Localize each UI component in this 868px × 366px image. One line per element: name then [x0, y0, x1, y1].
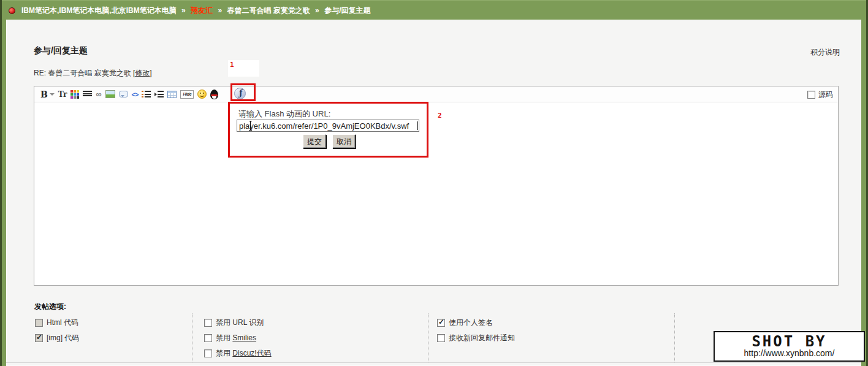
flash-dialog-prompt: 请输入 Flash 动画的 URL:: [238, 109, 330, 120]
credits-help-link[interactable]: 积分说明: [810, 47, 840, 58]
breadcrumb-thread-link[interactable]: 春曾二哥合唱 寂寞党之歌: [227, 6, 310, 15]
use-signature-checkbox[interactable]: [437, 319, 445, 327]
insert-link-button[interactable]: ∞: [96, 89, 101, 100]
editor-toolbar: B Tr ∞ <>: [34, 86, 838, 102]
source-label: 源码: [818, 90, 833, 100]
watermark-url: http://www.xynbnb.com/: [744, 349, 835, 358]
html-code-checkbox[interactable]: [35, 319, 43, 327]
insert-flash-button[interactable]: [234, 88, 246, 99]
qq-emoticon-button[interactable]: [210, 89, 218, 100]
align-button[interactable]: [83, 89, 92, 100]
hide-icon: Hide: [180, 90, 194, 99]
option-label: 接收新回复邮件通知: [449, 333, 515, 343]
flash-url-input[interactable]: [237, 120, 419, 132]
option-disable-smilies: 禁用 Smilies: [204, 333, 256, 343]
disable-smilies-checkbox[interactable]: [204, 334, 212, 342]
option-label: [img] 代码: [47, 333, 79, 343]
breadcrumb: IBM笔记本,IBM笔记本电脑,北京IBM笔记本电脑 » 翔友汇 » 春曾二哥合…: [21, 6, 370, 16]
table-icon: [167, 91, 177, 98]
breadcrumb-separator: »: [181, 6, 186, 15]
watermark-title: SHOT BY: [752, 334, 826, 349]
red-dot-icon: [9, 7, 15, 14]
bottom-divider: [6, 362, 861, 363]
quote-icon: [119, 91, 128, 97]
option-email-notify: 接收新回复邮件通知: [437, 333, 515, 343]
option-label: 使用个人签名: [449, 318, 493, 328]
link-icon: ∞: [96, 90, 101, 98]
reply-subject-line: RE: 春曾二哥合唱 寂寞党之歌 [修改]: [34, 68, 152, 78]
breadcrumb-site-title: IBM笔记本,IBM笔记本电脑,北京IBM笔记本电脑: [21, 6, 177, 15]
breadcrumb-separator: »: [218, 6, 222, 15]
left-edge-border: [0, 0, 2, 366]
breadcrumb-separator: »: [315, 6, 319, 15]
code-icon: <>: [132, 91, 139, 98]
unordered-list-button[interactable]: [142, 89, 151, 100]
disable-url-checkbox[interactable]: [204, 319, 212, 327]
options-divider: [192, 313, 192, 362]
indent-button[interactable]: [154, 89, 164, 100]
option-use-signature: 使用个人签名: [437, 318, 493, 328]
align-icon: [83, 91, 92, 97]
options-divider: [428, 313, 428, 362]
annotation-marker-1: 1: [230, 61, 234, 69]
option-html-code: Html 代码: [35, 318, 78, 328]
option-label: 禁用 URL 识别: [216, 318, 264, 328]
annotation-marker-2: 2: [438, 112, 442, 120]
breadcrumb-bar: IBM笔记本,IBM笔记本电脑,北京IBM笔记本电脑 » 翔友汇 » 春曾二哥合…: [2, 0, 866, 20]
insert-table-button[interactable]: [167, 89, 177, 100]
option-img-code: [img] 代码: [35, 333, 79, 343]
email-notify-checkbox[interactable]: [437, 334, 445, 342]
font-icon: Tr: [58, 90, 67, 99]
options-divider: [674, 313, 675, 362]
insert-image-button[interactable]: [105, 89, 115, 100]
breadcrumb-current-page: 参与/回复主题: [324, 6, 370, 15]
qq-icon: [210, 90, 218, 99]
option-disable-url: 禁用 URL 识别: [204, 318, 264, 328]
hide-content-button[interactable]: Hide: [180, 89, 194, 100]
unordered-list-icon: [142, 91, 151, 98]
code-button[interactable]: <>: [132, 89, 139, 100]
indent-icon: [154, 91, 164, 98]
reply-subject-text: RE: 春曾二哥合唱 寂寞党之歌: [34, 69, 131, 77]
option-label: 禁用 Discuz!代码: [216, 348, 272, 359]
font-size-button[interactable]: Tr: [58, 89, 67, 100]
smiley-icon: [197, 90, 207, 99]
edit-subject-link[interactable]: 修改: [135, 69, 150, 77]
page-title: 参与/回复主题: [34, 45, 88, 56]
color-palette-icon: [70, 90, 79, 99]
watermark-box: SHOT BY http://www.xynbnb.com/: [714, 331, 865, 362]
post-editor: B Tr ∞ <>: [34, 86, 839, 286]
cancel-button[interactable]: 取消: [332, 134, 356, 148]
editor-text-area[interactable]: [34, 103, 838, 285]
option-disable-discuz-code: 禁用 Discuz!代码: [204, 348, 272, 359]
source-checkbox[interactable]: [807, 91, 815, 99]
bold-button[interactable]: B: [40, 89, 55, 100]
source-toggle: 源码: [807, 90, 833, 100]
page: IBM笔记本,IBM笔记本电脑,北京IBM笔记本电脑 » 翔友汇 » 春曾二哥合…: [0, 0, 868, 366]
post-options-heading: 发帖选项:: [34, 302, 66, 312]
font-color-button[interactable]: [70, 89, 79, 100]
quote-button[interactable]: [119, 89, 128, 100]
bold-dropdown-icon: [50, 93, 55, 96]
image-icon: [105, 90, 115, 98]
bold-icon: B: [40, 90, 48, 99]
smilies-link[interactable]: Smilies: [232, 334, 256, 342]
disable-discuz-code-checkbox[interactable]: [204, 349, 212, 357]
bracket: ]: [150, 69, 151, 77]
breadcrumb-forum-link[interactable]: 翔友汇: [191, 6, 213, 15]
option-label: 禁用 Smilies: [216, 333, 256, 343]
img-code-checkbox[interactable]: [35, 334, 43, 342]
submit-button[interactable]: 提交: [303, 134, 326, 148]
annotation-callout-1: 1: [228, 60, 259, 77]
option-label: Html 代码: [47, 318, 78, 328]
discuz-code-link[interactable]: Discuz!代码: [232, 349, 271, 357]
smiley-button[interactable]: [197, 89, 207, 100]
